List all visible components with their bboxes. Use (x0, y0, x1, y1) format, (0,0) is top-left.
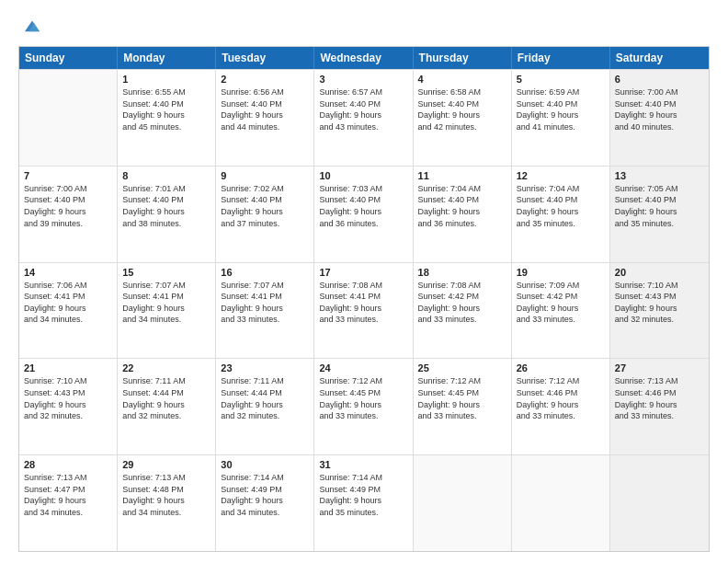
calendar-cell-22: 22Sunrise: 7:11 AMSunset: 4:44 PMDayligh… (118, 359, 216, 454)
day-number: 10 (319, 170, 407, 181)
day-number: 13 (615, 170, 704, 181)
calendar-cell-2: 2Sunrise: 6:56 AMSunset: 4:40 PMDaylight… (216, 70, 314, 166)
sunrise-text: Sunrise: 6:56 AM (221, 86, 309, 98)
calendar-cell-5: 5Sunrise: 6:59 AMSunset: 4:40 PMDaylight… (512, 70, 610, 166)
daylight-text-cont: and 42 minutes. (418, 121, 506, 133)
calendar-cell-14: 14Sunrise: 7:06 AMSunset: 4:41 PMDayligh… (19, 263, 118, 359)
day-number: 20 (615, 267, 704, 278)
calendar-cell-11: 11Sunrise: 7:04 AMSunset: 4:40 PMDayligh… (414, 167, 512, 262)
daylight-text: Daylight: 9 hours (517, 109, 605, 121)
daylight-text: Daylight: 9 hours (221, 399, 309, 411)
daylight-text: Daylight: 9 hours (319, 109, 407, 121)
day-number: 17 (319, 267, 407, 278)
daylight-text: Daylight: 9 hours (24, 206, 112, 218)
daylight-text: Daylight: 9 hours (319, 399, 407, 411)
sunrise-text: Sunrise: 7:13 AM (122, 472, 210, 484)
sunrise-text: Sunrise: 7:03 AM (319, 183, 407, 195)
day-number: 25 (418, 362, 506, 373)
sunset-text: Sunset: 4:49 PM (319, 484, 407, 496)
day-number: 4 (418, 74, 506, 85)
daylight-text-cont: and 32 minutes. (221, 410, 309, 422)
sunset-text: Sunset: 4:47 PM (24, 484, 112, 496)
daylight-text: Daylight: 9 hours (615, 303, 704, 315)
daylight-text: Daylight: 9 hours (615, 399, 704, 411)
daylight-text-cont: and 37 minutes. (221, 218, 309, 230)
daylight-text-cont: and 33 minutes. (418, 410, 506, 422)
daylight-text-cont: and 35 minutes. (319, 507, 407, 519)
day-number: 14 (24, 267, 112, 278)
daylight-text: Daylight: 9 hours (319, 303, 407, 315)
sunset-text: Sunset: 4:42 PM (517, 291, 605, 303)
sunrise-text: Sunrise: 7:02 AM (221, 183, 309, 195)
sunset-text: Sunset: 4:45 PM (319, 387, 407, 399)
daylight-text: Daylight: 9 hours (319, 495, 407, 507)
calendar-header-friday: Friday (512, 47, 610, 69)
calendar-week-1: 1Sunrise: 6:55 AMSunset: 4:40 PMDaylight… (19, 69, 709, 166)
sunrise-text: Sunrise: 7:13 AM (615, 375, 704, 387)
sunset-text: Sunset: 4:40 PM (319, 98, 407, 110)
daylight-text: Daylight: 9 hours (24, 399, 112, 411)
daylight-text-cont: and 36 minutes. (319, 218, 407, 230)
calendar-header-wednesday: Wednesday (314, 47, 413, 69)
sunset-text: Sunset: 4:42 PM (418, 291, 506, 303)
day-number: 28 (24, 459, 112, 470)
sunset-text: Sunset: 4:40 PM (418, 98, 506, 110)
sunset-text: Sunset: 4:41 PM (221, 291, 309, 303)
calendar-cell-1: 1Sunrise: 6:55 AMSunset: 4:40 PMDaylight… (118, 70, 216, 166)
day-number: 7 (24, 170, 112, 181)
calendar-cell-8: 8Sunrise: 7:01 AMSunset: 4:40 PMDaylight… (118, 167, 216, 262)
sunrise-text: Sunrise: 7:09 AM (517, 280, 605, 292)
sunrise-text: Sunrise: 7:00 AM (615, 86, 704, 98)
daylight-text: Daylight: 9 hours (122, 109, 210, 121)
daylight-text: Daylight: 9 hours (122, 399, 210, 411)
calendar-cell-24: 24Sunrise: 7:12 AMSunset: 4:45 PMDayligh… (314, 359, 413, 454)
daylight-text: Daylight: 9 hours (517, 206, 605, 218)
day-number: 6 (615, 74, 704, 85)
day-number: 5 (517, 74, 605, 85)
calendar-header-sunday: Sunday (19, 47, 118, 69)
calendar-week-3: 14Sunrise: 7:06 AMSunset: 4:41 PMDayligh… (19, 262, 709, 359)
daylight-text: Daylight: 9 hours (221, 495, 309, 507)
sunset-text: Sunset: 4:43 PM (615, 291, 704, 303)
day-number: 2 (221, 74, 309, 85)
sunrise-text: Sunrise: 6:58 AM (418, 86, 506, 98)
daylight-text: Daylight: 9 hours (418, 206, 506, 218)
daylight-text: Daylight: 9 hours (517, 399, 605, 411)
daylight-text: Daylight: 9 hours (319, 206, 407, 218)
daylight-text-cont: and 33 minutes. (319, 314, 407, 326)
daylight-text-cont: and 38 minutes. (122, 218, 210, 230)
calendar-header-tuesday: Tuesday (216, 47, 314, 69)
calendar-cell-empty (414, 455, 512, 551)
day-number: 22 (122, 362, 210, 373)
calendar-cell-7: 7Sunrise: 7:00 AMSunset: 4:40 PMDaylight… (19, 167, 118, 262)
calendar-cell-27: 27Sunrise: 7:13 AMSunset: 4:46 PMDayligh… (610, 359, 709, 454)
daylight-text: Daylight: 9 hours (24, 303, 112, 315)
day-number: 26 (517, 362, 605, 373)
daylight-text-cont: and 45 minutes. (122, 121, 210, 133)
sunrise-text: Sunrise: 7:12 AM (418, 375, 506, 387)
calendar-cell-9: 9Sunrise: 7:02 AMSunset: 4:40 PMDaylight… (216, 167, 314, 262)
calendar-header-monday: Monday (118, 47, 216, 69)
calendar-week-5: 28Sunrise: 7:13 AMSunset: 4:47 PMDayligh… (19, 454, 709, 551)
sunrise-text: Sunrise: 7:05 AM (615, 183, 704, 195)
calendar: SundayMondayTuesdayWednesdayThursdayFrid… (18, 46, 710, 552)
sunset-text: Sunset: 4:40 PM (221, 98, 309, 110)
calendar-cell-empty (512, 455, 610, 551)
daylight-text: Daylight: 9 hours (122, 303, 210, 315)
day-number: 30 (221, 459, 309, 470)
day-number: 1 (122, 74, 210, 85)
sunset-text: Sunset: 4:46 PM (517, 387, 605, 399)
day-number: 12 (517, 170, 605, 181)
sunrise-text: Sunrise: 7:04 AM (517, 183, 605, 195)
sunrise-text: Sunrise: 7:11 AM (221, 375, 309, 387)
daylight-text: Daylight: 9 hours (221, 303, 309, 315)
day-number: 11 (418, 170, 506, 181)
sunrise-text: Sunrise: 7:13 AM (24, 472, 112, 484)
day-number: 31 (319, 459, 407, 470)
calendar-cell-12: 12Sunrise: 7:04 AMSunset: 4:40 PMDayligh… (512, 167, 610, 262)
page-header (18, 17, 710, 37)
calendar-cell-23: 23Sunrise: 7:11 AMSunset: 4:44 PMDayligh… (216, 359, 314, 454)
sunrise-text: Sunrise: 7:06 AM (24, 280, 112, 292)
daylight-text: Daylight: 9 hours (24, 495, 112, 507)
sunset-text: Sunset: 4:44 PM (221, 387, 309, 399)
